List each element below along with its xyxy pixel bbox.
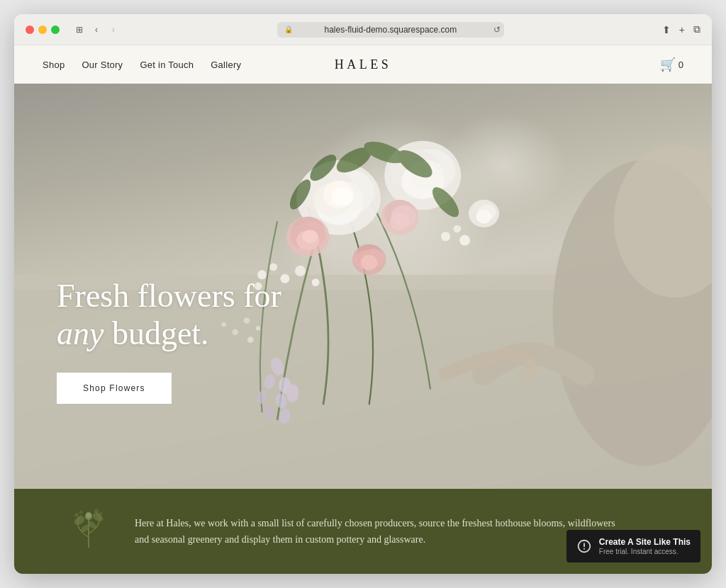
svg-point-43 <box>269 264 277 271</box>
squarespace-badge[interactable]: Create A Site Like This Free trial. Inst… <box>566 530 700 562</box>
cart-button[interactable]: 🛒 0 <box>660 57 683 72</box>
hero-text-block: Fresh flowers for any budget. Shop Flowe… <box>57 278 281 404</box>
svg-point-73 <box>74 513 79 517</box>
back-icon[interactable]: ‹ <box>91 24 102 35</box>
svg-point-75 <box>94 509 99 513</box>
nav-gallery[interactable]: Gallery <box>211 60 241 70</box>
svg-point-74 <box>79 511 83 514</box>
window-controls: ⊞ ‹ › <box>74 24 119 35</box>
hero-headline-line1: Fresh flowers for <box>57 278 281 314</box>
squarespace-logo-icon <box>576 538 592 554</box>
minimize-button[interactable] <box>38 26 47 34</box>
share-icon[interactable]: ⬆ <box>662 24 671 35</box>
nav-links: Shop Our Story Get in Touch Gallery <box>43 60 241 70</box>
svg-point-37 <box>361 255 378 271</box>
hero-headline: Fresh flowers for any budget. <box>57 278 281 353</box>
svg-point-20 <box>332 188 353 206</box>
title-bar: ⊞ ‹ › 🔒 ↺ ⬆ + ⧉ <box>14 14 712 45</box>
svg-point-48 <box>441 232 450 241</box>
forward-icon[interactable]: › <box>108 24 119 35</box>
nav-get-in-touch[interactable]: Get in Touch <box>140 60 194 70</box>
shop-flowers-button[interactable]: Shop Flowers <box>57 373 172 404</box>
svg-point-76 <box>99 512 103 516</box>
badge-title: Create A Site Like This <box>599 537 691 547</box>
svg-point-32 <box>303 230 318 243</box>
site-nav: Shop Our Story Get in Touch Gallery HALE… <box>14 45 712 84</box>
tabs-icon[interactable]: ⧉ <box>693 23 700 35</box>
badge-subtitle: Free trial. Instant access. <box>599 548 691 555</box>
browser-window: ⊞ ‹ › 🔒 ↺ ⬆ + ⧉ Shop Our Story Get in To… <box>14 14 712 574</box>
svg-point-47 <box>312 278 320 286</box>
browser-actions: ⬆ + ⧉ <box>662 23 700 35</box>
hero-headline-line2-rest: budget. <box>104 315 208 351</box>
botanical-icon <box>71 505 106 558</box>
svg-point-60 <box>476 210 492 223</box>
hero-headline-italic: any <box>57 315 104 351</box>
nav-shop[interactable]: Shop <box>43 60 65 70</box>
svg-point-70 <box>86 512 91 518</box>
site-logo[interactable]: HALES <box>335 57 392 72</box>
nav-our-story[interactable]: Our Story <box>82 60 123 70</box>
hero-section: Fresh flowers for any budget. Shop Flowe… <box>14 84 712 489</box>
maximize-button[interactable] <box>51 26 60 34</box>
url-input[interactable] <box>277 22 504 38</box>
bottom-section: Here at Hales, we work with a small list… <box>14 489 712 574</box>
svg-point-46 <box>295 266 306 276</box>
svg-point-50 <box>459 235 470 246</box>
traffic-lights <box>26 26 60 34</box>
svg-point-41 <box>390 213 410 230</box>
svg-point-49 <box>453 225 461 233</box>
bottom-description: Here at Hales, we work with a small list… <box>135 515 617 548</box>
reload-icon[interactable]: ↺ <box>493 25 501 35</box>
new-tab-icon[interactable]: + <box>679 24 685 35</box>
squarespace-badge-text: Create A Site Like This Free trial. Inst… <box>599 537 691 555</box>
lock-icon: 🔒 <box>284 26 293 33</box>
address-bar: 🔒 ↺ <box>128 22 654 38</box>
site-content: Shop Our Story Get in Touch Gallery HALE… <box>14 45 712 574</box>
sidebar-toggle-icon[interactable]: ⊞ <box>74 24 85 35</box>
close-button[interactable] <box>26 26 34 34</box>
cart-count: 0 <box>678 60 683 70</box>
cart-icon: 🛒 <box>660 57 676 72</box>
svg-point-44 <box>280 274 289 283</box>
